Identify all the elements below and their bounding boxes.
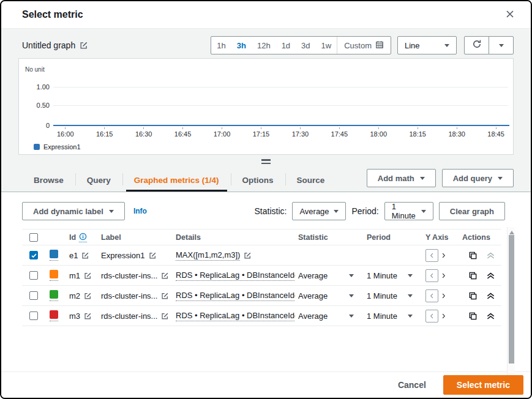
edit-id-icon[interactable] [81,252,89,259]
yaxis-left-button[interactable] [425,269,438,282]
yaxis-left-button[interactable] [425,289,438,302]
tab-source[interactable]: Source [285,168,337,192]
label-column-header: Label [98,233,173,242]
row-period-select[interactable]: 1 Minute [364,271,422,280]
add-math-button[interactable]: Add math [367,169,436,187]
table-row: m3 rds-cluster-ins... RDS • ReplicaLag •… [22,306,501,326]
statistic-period-controls: Statistic: Average Period: 1 Minute Clea… [254,202,505,220]
select-all-checkbox[interactable] [29,233,38,242]
metric-details[interactable]: RDS • ReplicaLag • DBInstanceIde... [176,311,295,321]
metric-id: m2 [69,291,80,300]
info-link[interactable]: Info [133,207,147,215]
cancel-button[interactable]: Cancel [398,380,426,390]
tab-graphed-metrics[interactable]: Graphed metrics (1/4) [122,168,231,192]
table-scrollbar[interactable] [507,227,515,375]
scrollbar-thumb[interactable] [509,235,514,364]
edit-id-icon[interactable] [84,292,92,300]
collapse-up-icon[interactable] [486,291,495,300]
collapse-up-icon[interactable] [486,311,495,321]
metric-details[interactable]: RDS • ReplicaLag • DBInstanceIde... [176,270,295,281]
row-statistic-select[interactable]: Average [295,311,364,321]
color-swatch[interactable] [50,270,58,281]
chevron-down-icon [444,44,449,50]
info-icon[interactable] [79,233,87,242]
time-range-1w[interactable]: 1w [316,37,337,54]
period-select[interactable]: 1 Minute [384,202,433,220]
edit-label-icon[interactable] [161,272,169,280]
graph-controls: 1h3h12h1d3d1wCustom Line [211,36,514,54]
collapse-up-icon[interactable] [486,251,495,260]
yaxis-toggle [422,310,459,323]
row-actions [459,291,501,300]
row-statistic-select[interactable]: Average [295,291,364,300]
edit-label-icon[interactable] [161,292,169,300]
metric-details[interactable]: RDS • ReplicaLag • DBInstanceIde... [176,291,295,301]
tab-query[interactable]: Query [75,168,122,192]
duplicate-icon[interactable] [468,291,478,300]
collapse-up-icon[interactable] [486,271,495,280]
y-tick-label: 0.50 [23,102,50,109]
select-metric-modal: Select metric Untitled graph 1h3h12h1d3d… [0,0,532,399]
color-swatch[interactable] [50,290,58,301]
edit-details-icon[interactable] [244,252,252,259]
row-checkbox[interactable] [29,311,38,320]
statistic-column-header: Statistic [295,233,364,242]
details-column-header: Details [173,233,295,242]
yaxis-right-button[interactable] [440,252,447,259]
yaxis-right-button[interactable] [440,313,447,319]
select-metric-button[interactable]: Select metric [443,375,523,395]
label-controls: Add dynamic label Info [22,202,147,220]
scrollbar-up-arrow[interactable] [509,228,514,234]
statistic-select[interactable]: Average [292,202,346,220]
edit-id-icon[interactable] [84,312,92,320]
chart-legend[interactable]: Expression1 [34,143,81,151]
time-range-3d[interactable]: 3d [296,37,315,54]
edit-label-icon[interactable] [149,252,157,259]
metric-details[interactable]: MAX([m1,m2,m3]) [176,250,240,261]
row-period-select[interactable]: 1 Minute [364,311,422,321]
color-swatch[interactable] [50,310,58,321]
duplicate-icon[interactable] [468,311,478,321]
tab-options[interactable]: Options [231,168,285,192]
yaxis-right-button[interactable] [440,293,447,299]
duplicate-icon[interactable] [468,271,478,280]
refresh-button[interactable] [464,36,489,54]
time-range-12h[interactable]: 12h [252,37,276,54]
chevron-down-icon [408,294,413,300]
add-dynamic-label-button[interactable]: Add dynamic label [22,202,125,220]
chart-type-select[interactable]: Line [397,36,457,54]
time-range-1d[interactable]: 1d [276,37,296,54]
edit-label-icon[interactable] [161,312,169,320]
metric-chart: No unit 1.00 0.50 0 16:0016:1516:3016:45… [18,58,514,155]
x-tick-label: 16:45 [174,127,192,138]
y-tick-label: 0 [23,122,50,129]
metrics-controls-row: Add dynamic label Info Statistic: Averag… [22,202,531,220]
tab-browse[interactable]: Browse [22,168,75,192]
chevron-down-icon [408,274,413,280]
row-checkbox[interactable] [29,271,38,280]
gridline [53,87,508,88]
graph-section: Untitled graph 1h3h12h1d3d1wCustom Line [1,29,531,192]
yaxis-left-button[interactable] [425,249,438,262]
time-range-1h[interactable]: 1h [211,37,231,54]
time-range-3h[interactable]: 3h [231,37,252,54]
color-swatch[interactable] [50,250,58,261]
time-range-custom[interactable]: Custom [337,37,391,54]
row-checkbox[interactable] [29,291,38,300]
duplicate-icon[interactable] [468,251,478,260]
close-icon [505,9,515,21]
refresh-options-button[interactable] [489,36,514,54]
edit-id-icon[interactable] [84,272,92,280]
yaxis-left-button[interactable] [425,310,438,323]
close-button[interactable] [505,9,515,21]
edit-graph-title-icon[interactable] [80,41,88,50]
row-period-select[interactable]: 1 Minute [364,291,422,300]
chevron-down-icon [109,210,114,215]
panel-resize-handle[interactable] [1,155,531,168]
row-statistic-select[interactable]: Average [295,271,364,280]
row-checkbox[interactable] [29,251,38,259]
clear-graph-button[interactable]: Clear graph [439,202,505,220]
add-query-button[interactable]: Add query [442,169,514,187]
yaxis-right-button[interactable] [440,272,447,279]
statistic-label: Statistic: [254,206,287,216]
